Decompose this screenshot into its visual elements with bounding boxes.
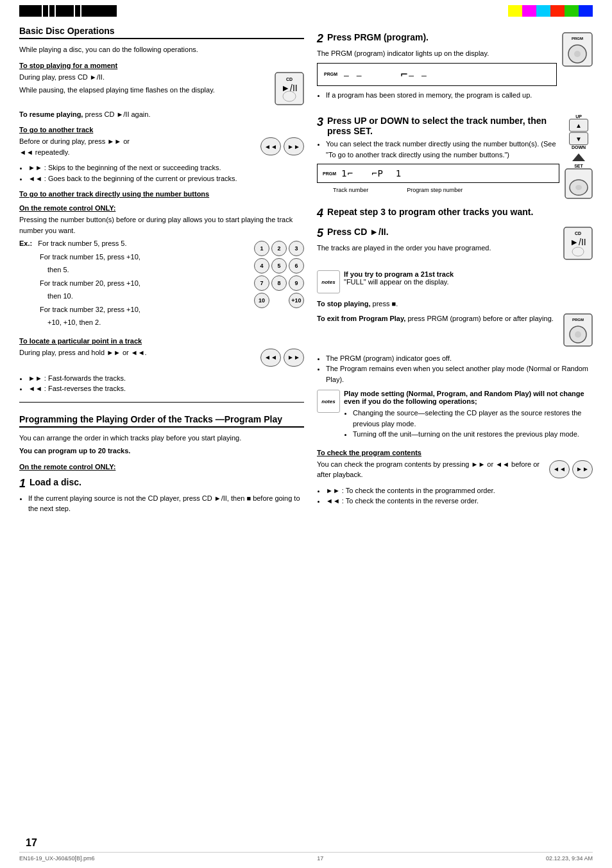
goto-track-title: To go to another track: [19, 126, 304, 134]
prog-bold: You can program up to 20 tracks.: [19, 446, 304, 456]
exit-prgm-text: To exit from Program Play, press PRGM (p…: [317, 313, 593, 324]
color-bar-blue: [579, 5, 593, 17]
step4-num: 4: [317, 207, 323, 220]
step3-bullet1: You can select the track number directly…: [326, 139, 559, 160]
step5-title: Press CD ►/II.: [327, 227, 389, 237]
note-21st-text: If you try to program a 21st track "FULL…: [344, 270, 454, 286]
step1-title: Load a disc.: [30, 477, 81, 487]
num-btn-5[interactable]: 5: [271, 258, 287, 273]
check-program-section: To check the program contents ◄◄ ►► You …: [317, 449, 593, 507]
prev-arrow-btn: ◄◄: [260, 137, 281, 155]
up-button[interactable]: ▲: [569, 119, 588, 132]
number-btn-title: To go to another track directly using th…: [19, 190, 304, 198]
locate-bullet1: ►► : Fast-forwards the tracks.: [28, 373, 304, 384]
step2-block: PRGM 2 Press PRGM (program). The PRGM (p…: [317, 32, 593, 103]
down-button[interactable]: ▼: [569, 132, 588, 145]
exit-program-section: PRGM To exit from Program Play, press PR…: [317, 313, 593, 385]
step5-text: The tracks are played in the order you h…: [317, 243, 593, 254]
svg-point-19: [575, 331, 581, 338]
goto-track-bullet1: ►► : Skips to the beginning of the next …: [28, 162, 304, 173]
step4-block: 4 Repeat step 3 to program other tracks …: [317, 207, 593, 220]
step2-text: The PRGM (program) indicator lights up o…: [317, 48, 593, 59]
step5-num: 5: [317, 227, 323, 240]
step4-title: Repeat step 3 to program other tracks yo…: [327, 207, 533, 217]
goto-track-section: To go to another track ◄◄ ►► Before or d…: [19, 126, 304, 184]
color-bar-yellow: [508, 5, 522, 17]
num-btn-9[interactable]: 9: [289, 275, 304, 291]
ff-rw-arrows-icon: ◄◄ ►►: [260, 347, 304, 368]
num-btn-10[interactable]: 10: [254, 293, 269, 308]
page-number: 17: [26, 837, 37, 849]
check-program-title: To check the program contents: [317, 449, 593, 456]
left-column: Basic Disc Operations While playing a di…: [19, 26, 304, 521]
svg-text:►/II: ►/II: [570, 237, 586, 247]
num-btn-plus10[interactable]: +10: [289, 293, 304, 308]
next-arrow-btn: ►►: [284, 137, 304, 155]
step1-bullets: If the current playing source is not the…: [19, 493, 304, 514]
svg-text:►/II: ►/II: [281, 83, 298, 93]
step2-bullets: If a program has been stored in memory, …: [317, 90, 593, 101]
num-btn-2[interactable]: 2: [271, 241, 287, 256]
check-program-arrows: ◄◄ ►►: [549, 459, 593, 480]
black-bars: [19, 5, 117, 17]
remote-only-label: On the remote control ONLY:: [19, 204, 304, 212]
black-bar: [75, 5, 80, 17]
num-btn-7[interactable]: 7: [254, 275, 269, 291]
prog-intro: You can arrange the order in which track…: [19, 433, 304, 444]
num-btn-3[interactable]: 3: [289, 241, 304, 256]
black-bar: [56, 5, 74, 17]
svg-text:CD: CD: [286, 77, 293, 82]
number-buttons-grid: 1 2 3 4 5 6 7 8 9 10 +10: [254, 238, 304, 311]
prgm-display-content: – – ⌐– –: [344, 67, 428, 81]
footer-right: 02.12.23, 9:34 AM: [546, 855, 593, 862]
up-label: UP: [565, 114, 593, 119]
step2-num: 2: [317, 32, 323, 46]
svg-text:PRGM: PRGM: [572, 37, 583, 40]
num-btn-8[interactable]: 8: [271, 275, 287, 291]
svg-point-11: [575, 185, 582, 190]
exit-prgm-bullet2: The Program remains even when you select…: [326, 363, 593, 385]
color-bar-green: [565, 5, 579, 17]
notes-playmode-text: Play mode setting (Normal, Program, and …: [344, 390, 593, 442]
track-display-labels: Track number Program step number: [317, 187, 559, 193]
svg-text:PRGM: PRGM: [572, 318, 584, 322]
prog-section-title: Programming the Playing Order of the Tra…: [19, 414, 304, 428]
notes-icon-21st: notes: [317, 270, 340, 293]
locate-track-section: To locate a particular point in a track …: [19, 337, 304, 394]
check-bullet1: ►► : To check the contents in the progra…: [326, 485, 593, 496]
stop-section-title: To stop playing for a moment: [19, 62, 304, 69]
black-bar: [43, 5, 48, 17]
step1-block: 1 Load a disc. If the current playing so…: [19, 477, 304, 514]
step3-block: 3 Press UP or DOWN to select the track n…: [317, 109, 593, 200]
notes-bullet2: Turning off the unit—turning on the unit…: [353, 429, 593, 440]
check-next-btn: ►►: [572, 460, 593, 478]
num-btn-4[interactable]: 4: [254, 258, 269, 273]
step3-num: 3: [317, 116, 323, 129]
step2-title: Press PRGM (program).: [327, 32, 429, 42]
remote-only-prog-label: On the remote control ONLY:: [19, 463, 304, 471]
goto-track-bullets: ►► : Skips to the beginning of the next …: [19, 162, 304, 184]
stop-section: To stop playing for a moment CD ►/II Dur…: [19, 62, 304, 120]
resume-text: To resume playing, press CD ►/II again.: [19, 109, 304, 120]
divider: [19, 402, 304, 403]
step1-bullet1: If the current playing source is not the…: [28, 493, 304, 514]
track-number-label: Track number: [333, 187, 368, 193]
ff-arrow-btn: ►►: [284, 349, 304, 367]
prgm-display-label: PRGM: [324, 72, 337, 76]
prgm-icon-step2: PRGM: [562, 32, 593, 68]
cd-play-pause-icon: CD ►/II: [275, 72, 304, 107]
programming-section: Programming the Playing Order of the Tra…: [19, 414, 304, 514]
footer-center: 17: [317, 855, 323, 862]
set-button-icon: [565, 168, 593, 200]
num-btn-1[interactable]: 1: [254, 241, 269, 256]
num-btn-6[interactable]: 6: [289, 258, 304, 273]
locate-track-title: To locate a particular point in a track: [19, 337, 304, 345]
note-21st-box: notes If you try to program a 21st track…: [317, 270, 593, 293]
section-title-basic: Basic Disc Operations: [19, 26, 304, 39]
right-column: PRGM 2 Press PRGM (program). The PRGM (p…: [317, 26, 593, 521]
step1-num: 1: [19, 477, 26, 490]
exit-prgm-bullet1: The PRGM (program) indicator goes off.: [326, 353, 593, 364]
step3-bullets: You can select the track number directly…: [317, 139, 559, 160]
black-bar: [19, 5, 42, 17]
step2-note: If a program has been stored in memory, …: [326, 90, 593, 101]
